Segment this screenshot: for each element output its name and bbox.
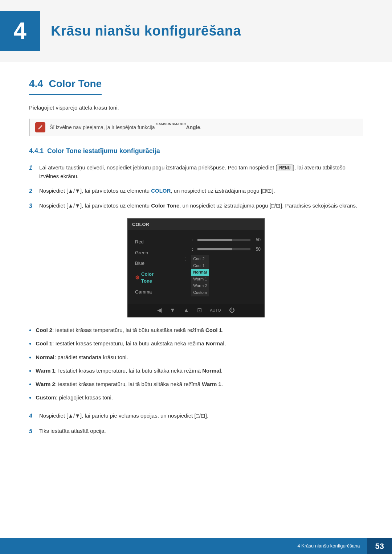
btn-power: ⏻ [229, 306, 235, 315]
bullet-warm2-text: Warm 2: iestatiet krāsas temperatūru, la… [36, 380, 223, 389]
step-1-content: Lai atvērtu taustiņu ceļvedi, nospiediet… [39, 163, 363, 181]
chapter-title: Krāsu nianšu konfigurēšana [51, 21, 241, 41]
subsection-4-4-1: 4.4.1 Color Tone iestatījumu konfigurāci… [29, 146, 363, 436]
steps-list-2: 4 Nospiediet [▲/▼], lai pārietu pie vēla… [29, 411, 363, 436]
step-5: 5 Tiks iestatīta atlasītā opcija. [29, 427, 363, 436]
bullet-cool1-text: Cool 1: Iestatiet krāsas temperatūru, la… [36, 340, 226, 348]
bullet-custom-text: Custom: pielāgojiet krāsas toni. [36, 394, 113, 402]
note-box: Šī izvēlne nav pieejama, ja ir iespējota… [29, 119, 363, 136]
bullet-normal: • Normal: parādiet standarta krāsu toni. [29, 353, 363, 362]
color-tone-icon: ⚙ [135, 274, 140, 282]
section-number: 4.4 [29, 78, 43, 89]
bullet-dot-1: • [29, 326, 31, 335]
chapter-header: 4 Krāsu nianšu konfigurēšana [0, 0, 392, 62]
chapter-number: 4 [0, 11, 40, 51]
page-footer: 4 Krāsu nianšu konfigurēšana 53 [0, 538, 392, 554]
step-3: 3 Nospiediet [▲/▼], lai pārvietotos uz e… [29, 201, 363, 211]
red-bar-row: : 50 [171, 235, 264, 245]
menu-key: MENU [277, 164, 293, 171]
section-4-4: 4.4 Color Tone Pielāgojiet vispārējo att… [29, 76, 363, 436]
step-number-4: 4 [29, 411, 39, 421]
step-1: 1 Lai atvērtu taustiņu ceļvedi, nospiedi… [29, 163, 363, 181]
subsection-title: Color Tone iestatījumu konfigurācija [47, 147, 160, 155]
step-2-content: Nospiediet [▲/▼], lai pārvietotos uz ele… [39, 186, 363, 195]
page-number: 53 [375, 540, 384, 552]
opt-cool1: Cool 1 [191, 262, 209, 269]
color-options-panel: : 50 : [171, 234, 264, 300]
pencil-icon [37, 124, 43, 130]
color-tone-dropdown: Cool 2 Cool 1 Normal Warm 1 Warm 2 Custo… [191, 255, 209, 296]
step-number-2: 2 [29, 186, 39, 196]
sub-section-heading: 4.4.1 Color Tone iestatījumu konfigurāci… [29, 146, 363, 156]
monitor-title: COLOR [132, 222, 149, 227]
bullet-cool2-text: Cool 2: iestatiet krāsas temperatūru, la… [36, 326, 224, 335]
menu-item-red: Red [128, 237, 171, 247]
btn-up: ▲ [183, 306, 189, 315]
bullet-warm2: • Warm 2: iestatiet krāsas temperatūru, … [29, 380, 363, 389]
bullet-dot-3: • [29, 353, 31, 362]
bullet-dot-4: • [29, 367, 31, 376]
bullet-dot-2: • [29, 340, 31, 349]
note-content: Šī izvēlne nav pieejama, ja ir iespējota… [50, 124, 156, 130]
opt-warm2: Warm 2 [191, 282, 209, 289]
btn-auto: AUTO [210, 307, 221, 313]
btn-left: ◀ [157, 306, 162, 315]
section-heading-4-4: 4.4 Color Tone [29, 76, 102, 95]
red-value: 50 [253, 237, 261, 243]
bullet-cool1: • Cool 1: Iestatiet krāsas temperatūru, … [29, 340, 363, 349]
step-2: 2 Nospiediet [▲/▼], lai pārvietotos uz e… [29, 186, 363, 196]
monitor-content: Red Green Blue ⚙ Color Tone Gamma [128, 230, 264, 304]
opt-cool2: Cool 2 [191, 255, 209, 262]
bullet-warm1-text: Warm 1: Iestatiet krāsas temperatūru, la… [36, 367, 222, 375]
magic-angle-label: Angle [186, 124, 200, 130]
bullet-list: • Cool 2: iestatiet krāsas temperatūru, … [29, 326, 363, 403]
btn-down: ▼ [170, 306, 175, 315]
monitor-bottom-bar: ◀ ▼ ▲ ⊡ AUTO ⏻ [128, 304, 264, 317]
opt-normal: Normal [191, 269, 209, 276]
step-number-5: 5 [29, 427, 39, 436]
subsection-number: 4.4.1 [29, 147, 44, 155]
red-fill [197, 239, 232, 241]
step-number-1: 1 [29, 163, 39, 173]
step-number-3: 3 [29, 201, 39, 211]
menu-item-color-tone: ⚙ Color Tone [128, 269, 171, 287]
step-5-content: Tiks iestatīta atlasītā opcija. [39, 427, 363, 435]
red-track [197, 239, 250, 241]
content-area: 4.4 Color Tone Pielāgojiet vispārējo att… [0, 76, 392, 436]
bullet-custom: • Custom: pielāgojiet krāsas toni. [29, 394, 363, 403]
green-bar-row: : 50 [171, 245, 264, 254]
opt-custom: Custom [191, 289, 209, 296]
opt-warm1: Warm 1 [191, 276, 209, 283]
note-icon [35, 122, 45, 132]
monitor-screenshot: COLOR Red Green Blue ⚙ Color Tone [127, 218, 265, 318]
note-period: . [200, 124, 201, 130]
section-intro: Pielāgojiet vispārējo attēla krāsu toni. [29, 104, 363, 112]
menu-item-gamma: Gamma [128, 287, 171, 297]
section-title: Color Tone [49, 78, 102, 89]
menu-item-blue: Blue [128, 258, 171, 269]
color-tone-options-row: : Cool 2 Cool 1 Normal Warm 1 Warm 2 Cus… [171, 254, 264, 297]
green-fill [197, 248, 232, 250]
bullet-normal-text: Normal: parādiet standarta krāsu toni. [36, 353, 128, 362]
step-3-content: Nospiediet [▲/▼], lai pārvietotos uz ele… [39, 201, 363, 210]
bullet-cool2: • Cool 2: iestatiet krāsas temperatūru, … [29, 326, 363, 335]
monitor-top-bar: COLOR [128, 219, 264, 230]
menu-list: Red Green Blue ⚙ Color Tone Gamma [128, 234, 171, 300]
page-wrapper: 4 Krāsu nianšu konfigurēšana 4.4 Color T… [0, 0, 392, 554]
step-4: 4 Nospiediet [▲/▼], lai pārietu pie vēla… [29, 411, 363, 421]
page-number-box: 53 [367, 538, 392, 554]
btn-enter: ⊡ [197, 306, 202, 315]
step-4-content: Nospiediet [▲/▼], lai pārietu pie vēlamā… [39, 411, 363, 420]
color-keyword: COLOR [151, 188, 171, 194]
menu-item-green: Green [128, 247, 171, 258]
bullet-warm1: • Warm 1: Iestatiet krāsas temperatūru, … [29, 367, 363, 376]
chapter-number-text: 4 [13, 13, 26, 48]
bullet-dot-6: • [29, 394, 31, 403]
footer-left-text: 4 Krāsu nianšu konfigurēšana [290, 542, 367, 550]
green-track [197, 248, 250, 250]
steps-list: 1 Lai atvērtu taustiņu ceļvedi, nospiedi… [29, 163, 363, 211]
bullet-dot-5: • [29, 380, 31, 389]
color-tone-keyword: Color Tone [151, 202, 179, 209]
note-text: Šī izvēlne nav pieejama, ja ir iespējota… [50, 122, 201, 131]
samsung-magic-label: SAMSUNGMAGIC [156, 123, 186, 128]
